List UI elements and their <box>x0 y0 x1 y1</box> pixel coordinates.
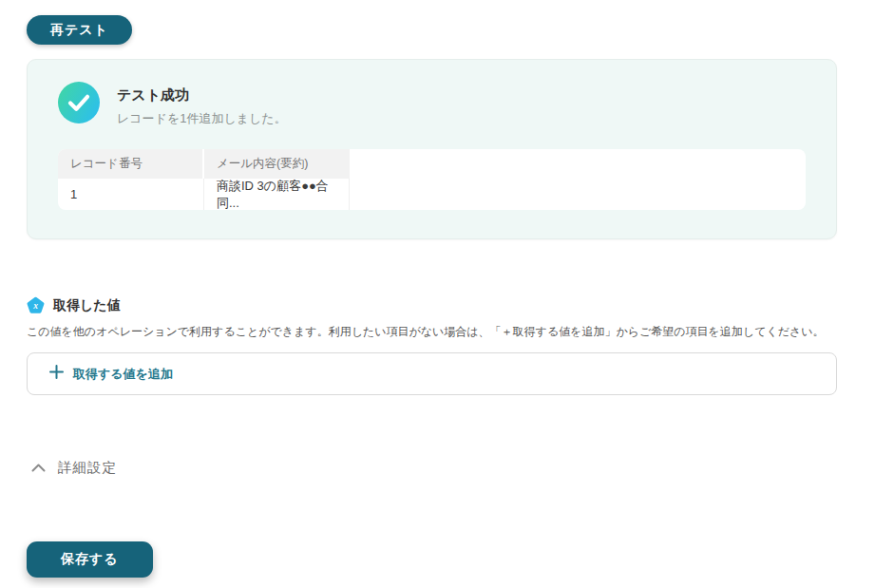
test-success-panel: テスト成功 レコードを1件追加しました。 レコード番号 メール内容(要約) 1 … <box>27 59 837 239</box>
cell-record-number: 1 <box>58 179 204 210</box>
retrieved-values-description: この値を他のオペレーションで利用することができます。利用したい項目がない場合は、… <box>27 324 875 340</box>
test-result-message: レコードを1件追加しました。 <box>117 110 287 127</box>
column-header-mail-summary: メール内容(要約) <box>204 149 350 179</box>
table-row: 1 商談ID 3の顧客●●合同... <box>58 179 806 210</box>
test-success-text: テスト成功 レコードを1件追加しました。 <box>117 82 287 127</box>
add-value-label: 取得する値を追加 <box>73 366 173 383</box>
retrieved-values-section: x 取得した値 この値を他のオペレーションで利用することができます。利用したい項… <box>27 296 875 395</box>
table-row-filler <box>350 179 806 210</box>
retest-button[interactable]: 再テスト <box>27 15 132 45</box>
retrieved-values-header: x 取得した値 <box>27 296 875 314</box>
plus-icon <box>49 365 64 383</box>
retrieved-values-title: 取得した値 <box>53 297 121 314</box>
chevron-up-icon <box>31 464 46 472</box>
save-button[interactable]: 保存する <box>27 541 153 578</box>
advanced-settings-toggle[interactable]: 詳細設定 <box>31 459 117 477</box>
advanced-settings-label: 詳細設定 <box>58 459 117 477</box>
add-value-button[interactable]: 取得する値を追加 <box>27 352 837 395</box>
table-header-filler <box>350 149 806 179</box>
column-header-record-number: レコード番号 <box>58 149 204 179</box>
test-result-title: テスト成功 <box>117 86 287 104</box>
test-result-table: レコード番号 メール内容(要約) 1 商談ID 3の顧客●●合同... <box>58 149 806 210</box>
test-success-header: テスト成功 レコードを1件追加しました。 <box>58 82 804 127</box>
svg-text:x: x <box>32 301 38 311</box>
success-check-icon <box>58 82 100 123</box>
cell-mail-summary: 商談ID 3の顧客●●合同... <box>204 179 350 210</box>
operation-test-page: 再テスト テスト成功 レコードを1件追加しました。 <box>0 0 875 578</box>
table-header-row: レコード番号 メール内容(要約) <box>58 149 806 179</box>
save-button-row: 保存する <box>27 477 875 578</box>
variable-icon: x <box>27 296 45 314</box>
